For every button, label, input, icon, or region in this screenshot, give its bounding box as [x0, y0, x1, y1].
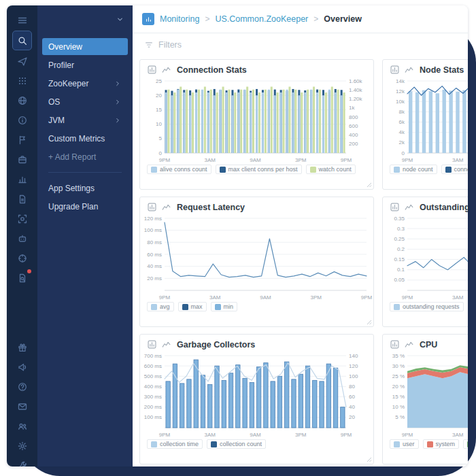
iconbar-item-gear[interactable] — [13, 437, 31, 455]
compare-icon[interactable] — [404, 65, 414, 75]
chart-plot-connection-stats[interactable]: 05101520252004006008001k1.20k1.40k1.60k9… — [141, 75, 373, 164]
svg-text:80 ms: 80 ms — [147, 239, 162, 245]
chart-box-icon[interactable] — [147, 339, 157, 350]
breadcrumb-us-common-zookeeper[interactable]: US.Common.ZooKeeper — [215, 14, 308, 24]
filter-icon — [144, 40, 154, 50]
legend-swatch — [394, 167, 400, 173]
iconbar-item-rocket[interactable] — [13, 52, 31, 70]
chart-box-icon[interactable] — [390, 65, 400, 75]
chart-card-node-stats: Node Stats02k4k6k8k10k12k14k9PM3AM9AM3PM… — [382, 59, 468, 190]
gift-icon — [17, 342, 28, 353]
legend-item-avg[interactable]: avg — [147, 302, 174, 311]
svg-text:0: 0 — [402, 150, 405, 156]
chart-legend: alive conns countmax client conns per ho… — [140, 164, 373, 178]
chart-plot-garbage-collectors[interactable]: 100 ms200 ms300 ms400 ms500 ms600 ms700 … — [141, 350, 373, 439]
iconbar-item-menu[interactable] — [13, 11, 31, 29]
svg-text:3AM: 3AM — [209, 294, 221, 301]
legend-item-node-count[interactable]: node count — [390, 165, 437, 174]
chart-plot-request-latency[interactable]: 20 ms40 ms60 ms80 ms100 ms120 ms9PM3AM9A… — [141, 213, 373, 301]
breadcrumb-current: Overview — [324, 14, 362, 24]
svg-text:9PM: 9PM — [341, 432, 352, 438]
compare-icon[interactable] — [404, 339, 414, 350]
legend-item-collection-count[interactable]: collection count — [207, 439, 266, 449]
resize-handle-icon[interactable] — [367, 320, 372, 325]
iconbar-item-globe[interactable] — [13, 91, 31, 109]
sidebar-item-os[interactable]: OS — [42, 93, 128, 110]
legend-item-collection-time[interactable]: collection time — [147, 439, 203, 449]
chevron-right-icon — [114, 80, 122, 88]
legend-item-system[interactable]: system — [423, 439, 460, 449]
chart-box-icon[interactable] — [390, 202, 400, 212]
iconbar-item-grid[interactable] — [13, 71, 31, 90]
filter-icon — [144, 40, 154, 50]
chart-title-cpu: CPU — [420, 340, 437, 350]
svg-text:20 %: 20 % — [392, 384, 405, 390]
chart-plot-cpu[interactable]: 5 %10 %15 %20 %25 %30 %35 %9PM3AM9AM3PM9… — [384, 350, 468, 439]
legend-item-min[interactable]: min — [211, 302, 238, 311]
legend-item-outstanding-requests[interactable]: outstanding requests — [390, 302, 464, 311]
sidebar-section: OverviewProfilerZooKeeperOSJVMCustom Met… — [37, 33, 133, 165]
card-header: Request Latency — [140, 197, 373, 213]
chart-box-icon[interactable] — [147, 202, 157, 212]
iconbar-item-bar-chart[interactable] — [13, 170, 31, 188]
breadcrumb-monitoring[interactable]: Monitoring — [160, 14, 199, 24]
legend-swatch — [467, 441, 468, 447]
sidebar-item-overview[interactable]: Overview — [42, 38, 128, 55]
chart-title-node-stats: Node Stats — [420, 65, 464, 75]
svg-text:9PM: 9PM — [402, 294, 413, 301]
legend-item-connection-count[interactable]: connection count — [441, 165, 468, 174]
svg-text:0: 0 — [159, 150, 163, 156]
flag-icon — [17, 135, 28, 146]
iconbar-item-wrench[interactable] — [13, 456, 31, 466]
sidebar-item-label: ZooKeeper — [48, 79, 88, 88]
iconbar-item-crosshair[interactable] — [13, 249, 31, 267]
iconbar-item-gift[interactable] — [13, 338, 31, 356]
legend-item-iowait[interactable]: iowait — [463, 439, 468, 449]
iconbar-item-briefcase[interactable] — [13, 150, 31, 169]
iconbar-item-info[interactable] — [13, 111, 31, 129]
legend-label: min — [224, 303, 234, 310]
iconbar-item-search[interactable] — [12, 31, 32, 50]
globe-icon — [17, 95, 28, 106]
filters-bar[interactable]: Filters — [133, 33, 468, 56]
iconbar-item-scan[interactable] — [13, 209, 31, 228]
sidebar-item-zookeeper[interactable]: ZooKeeper — [42, 75, 128, 92]
app-selector[interactable] — [37, 5, 133, 33]
chart-title-request-latency: Request Latency — [177, 203, 245, 212]
iconbar-item-megaphone[interactable] — [13, 358, 31, 376]
iconbar-item-flag[interactable] — [13, 131, 31, 149]
legend-item-max[interactable]: max — [178, 302, 207, 311]
sidebar-item-custom-metrics[interactable]: Custom Metrics — [42, 130, 128, 147]
svg-text:3PM: 3PM — [311, 294, 322, 301]
legend-item-max-client-conns-per-host[interactable]: max client conns per host — [216, 165, 302, 174]
legend-item-user[interactable]: user — [390, 439, 419, 449]
iconbar-item-mail[interactable] — [13, 397, 31, 415]
svg-text:9PM: 9PM — [402, 432, 413, 438]
iconbar-item-users[interactable] — [13, 417, 31, 435]
iconbar-item-file-search[interactable] — [13, 269, 31, 287]
iconbar-item-bot[interactable] — [13, 229, 31, 248]
iconbar-item-file-text[interactable] — [13, 190, 31, 208]
sidebar-item-profiler[interactable]: Profiler — [42, 56, 128, 73]
chart-plot-outstanding-requests[interactable]: 0.050.10.150.20.250.30.359PM3AM9AM3PM9PM — [384, 213, 468, 301]
legend-item-watch-count[interactable]: watch count — [306, 165, 356, 174]
iconbar-item-help[interactable] — [13, 377, 31, 396]
sidebar-item-jvm[interactable]: JVM — [42, 112, 128, 129]
chart-box-icon[interactable] — [390, 339, 400, 350]
sidebar-item-app-settings[interactable]: App Settings — [42, 180, 128, 197]
sidebar-item-label: JVM — [48, 116, 65, 125]
compare-icon[interactable] — [161, 202, 171, 212]
compare-icon[interactable] — [404, 202, 414, 212]
legend-swatch — [151, 441, 157, 447]
svg-text:500 ms: 500 ms — [144, 373, 162, 379]
svg-text:3AM: 3AM — [452, 432, 464, 438]
legend-item-alive-conns-count[interactable]: alive conns count — [147, 165, 211, 174]
chart-plot-node-stats[interactable]: 02k4k6k8k10k12k14k9PM3AM9AM3PM9PM — [384, 75, 468, 164]
resize-handle-icon[interactable] — [367, 457, 372, 462]
sidebar-item-upgrade-plan[interactable]: Upgrade Plan — [42, 198, 128, 215]
compare-icon[interactable] — [161, 339, 171, 350]
resize-handle-icon[interactable] — [367, 182, 372, 188]
compare-icon[interactable] — [161, 65, 171, 75]
sidebar-item-add-report[interactable]: + Add Report — [42, 148, 128, 165]
chart-box-icon[interactable] — [147, 65, 157, 75]
